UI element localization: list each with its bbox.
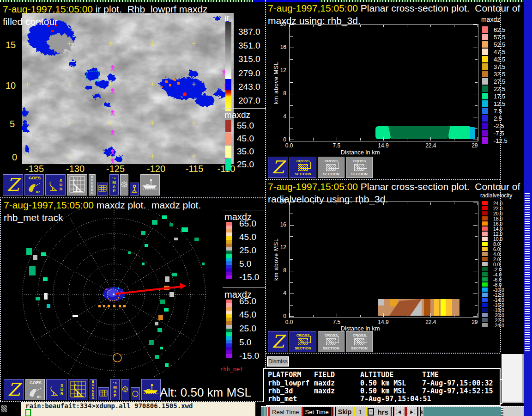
zeb-menu-button[interactable]: Z	[3, 174, 23, 196]
axis-tick	[475, 236, 478, 237]
scale-value: -15.0	[239, 351, 259, 361]
maxdz16-colorbar-swatch	[482, 108, 488, 114]
step-back-button[interactable]: ◄	[394, 407, 405, 416]
axis-tick	[473, 271, 478, 271]
zeb-menu-button[interactable]: Z	[268, 331, 288, 352]
cross-section-icon: CROSSSECTION	[295, 159, 311, 176]
radar-echo-cell	[181, 227, 188, 232]
axis-tick	[473, 24, 478, 25]
axis-tick	[473, 48, 478, 48]
goes-ir-button[interactable]: GOESIR	[25, 379, 45, 400]
cross-section-button[interactable]: CROSSSECTION	[346, 331, 373, 352]
status-cell: maxdz	[314, 387, 335, 395]
y-axis-label: km above MSL	[273, 236, 279, 282]
axis-tick	[430, 25, 431, 27]
scale-color-step	[226, 332, 232, 336]
goes-ir-icon: GOESIR	[28, 175, 41, 195]
axis-tick	[454, 25, 454, 27]
units-icon[interactable]: ≡	[367, 407, 375, 416]
time-control-taskbar: Real Time Set Time Skip 1 ≡ hrs ◄ ► k	[261, 406, 524, 416]
cross-section-icon: CROSSSECTION	[351, 159, 368, 176]
cross-section-icon: CROSSSECTION	[295, 333, 311, 350]
radial25-colorbar-swatch	[482, 211, 488, 215]
terminal-window[interactable]: rain:beaufait:334>xdump.all 970806.1505.…	[21, 402, 255, 416]
ship-track-button[interactable]	[141, 379, 161, 400]
radar-echo-cell	[44, 293, 48, 300]
surveillance-button[interactable]: SUR	[46, 379, 66, 400]
bounds-icon: BOUNDS	[92, 380, 94, 399]
ir-colorbar-value: 207.0	[238, 96, 260, 106]
taskbar-teal-fill	[423, 407, 501, 416]
optimizer-button[interactable]	[121, 379, 129, 400]
bounds-button[interactable]: BOUNDS	[90, 379, 97, 400]
buoy-overlay-button[interactable]	[130, 183, 139, 196]
maxdz-xsec-plot[interactable]	[289, 24, 478, 141]
bounds-button[interactable]: BOUNDS	[89, 174, 96, 196]
grid-overlay-button[interactable]	[97, 183, 108, 196]
dismiss-button[interactable]: Dismiss	[267, 356, 289, 367]
radial25-colorbar-swatch	[482, 318, 488, 322]
axis-tick	[290, 236, 293, 237]
background-window	[502, 354, 524, 403]
goes-ir-button[interactable]: GOESIR	[24, 174, 44, 196]
cross-section-button[interactable]: CROSSSECTION	[346, 157, 373, 178]
y-tick-label: 0	[277, 313, 286, 319]
scrollbar-track[interactable]	[525, 192, 530, 351]
radar-grid-button[interactable]	[67, 174, 87, 196]
radar-grid-button[interactable]	[68, 379, 88, 400]
axis-tick	[407, 138, 407, 141]
axis-tick	[360, 315, 361, 317]
cross-section-button-active[interactable]: CROSSSECTION	[290, 331, 316, 352]
step-forward-button[interactable]: ►	[406, 407, 417, 416]
axis-tick	[313, 315, 314, 317]
maxdz16-colorbar-swatch	[482, 137, 488, 144]
maxdz16-colorbar-swatch	[482, 115, 488, 122]
surveillance-button[interactable]: SUR	[45, 174, 66, 196]
cross-section-button[interactable]: CROSSSECTION	[318, 157, 345, 178]
y-tick-label: 16	[277, 44, 286, 50]
x-tick-label: 14.9	[378, 142, 388, 149]
axis-tick	[475, 214, 478, 214]
zeb-menu-button[interactable]: Z	[268, 157, 288, 178]
colorbar-separator	[223, 210, 267, 210]
cross-section-button[interactable]: CROSSSECTION	[318, 331, 345, 352]
ship-track-button[interactable]	[140, 174, 160, 196]
frame-divider-mid-right	[266, 179, 500, 180]
radar-grid-icon	[69, 176, 85, 195]
frame-divider-right	[500, 2, 501, 352]
zeb-menu-button[interactable]: Z	[4, 379, 24, 400]
radial25-colorbar-swatch	[482, 226, 488, 231]
scale-value: 5.0	[239, 337, 251, 348]
real-time-button[interactable]: Real Time	[270, 407, 302, 416]
status-cell: maxdz	[314, 379, 335, 387]
axis-tick	[454, 315, 454, 317]
map-overlay-button[interactable]: ᵔᵜMAP	[110, 379, 120, 400]
radial25-colorbar-swatch	[482, 247, 488, 251]
skip-value-input[interactable]: 1	[355, 407, 365, 416]
radar-ppi-display[interactable]	[3, 209, 221, 377]
axis-tick	[473, 294, 478, 294]
radar-panel: 7-aug-1997,15:05:00 maxdz plot. maxdz pl…	[0, 199, 267, 402]
radial-xsec-plot[interactable]	[289, 202, 478, 318]
axis-tick	[407, 25, 407, 27]
map-overlay-button[interactable]: ᵔᵜMAP	[109, 174, 119, 196]
grid-overlay-button[interactable]	[98, 387, 109, 400]
maxdz16-colorbar-value: 12.5	[494, 100, 505, 107]
scale-color-step	[226, 272, 232, 276]
ir-map-toolbar: ZGOESIRSURBOUNDSᵔᵜMAP	[3, 173, 160, 196]
bounds-icon: BOUNDS	[91, 175, 93, 195]
terminal-resize-handle[interactable]	[1, 405, 7, 412]
optimizer-button[interactable]	[120, 174, 128, 196]
lon-tick-label: -120	[147, 164, 165, 174]
circle-overlay-button[interactable]	[131, 387, 140, 400]
status-cell: 7-Aug-97,15:04:51	[360, 395, 431, 403]
scale-color-step	[226, 311, 232, 314]
status-col-header: PLATFORM	[268, 371, 301, 379]
maxdz16-colorbar-swatch	[482, 93, 488, 99]
radar-echo-cell	[47, 304, 50, 308]
cross-section-icon: CROSSSECTION	[351, 333, 368, 350]
cross-section-button-active[interactable]: CROSSSECTION	[290, 157, 316, 178]
satellite-image[interactable]	[22, 13, 234, 164]
x-tick-label: 0.0	[285, 319, 293, 325]
set-time-button[interactable]: Set Time	[303, 407, 331, 416]
